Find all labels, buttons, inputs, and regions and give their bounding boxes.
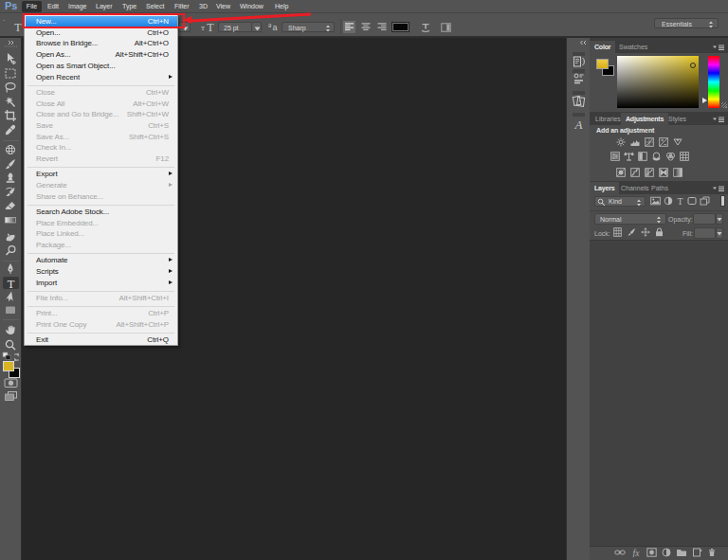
svg-text:T: T xyxy=(8,278,15,290)
svg-text:T: T xyxy=(14,21,22,32)
svg-text:fx: fx xyxy=(633,549,641,558)
svg-text:T: T xyxy=(677,196,682,206)
svg-text:ə: ə xyxy=(268,22,272,28)
svg-text:T: T xyxy=(207,21,214,33)
svg-text:A: A xyxy=(574,117,583,131)
svg-text:т: т xyxy=(201,24,205,32)
svg-text:a: a xyxy=(272,23,277,32)
